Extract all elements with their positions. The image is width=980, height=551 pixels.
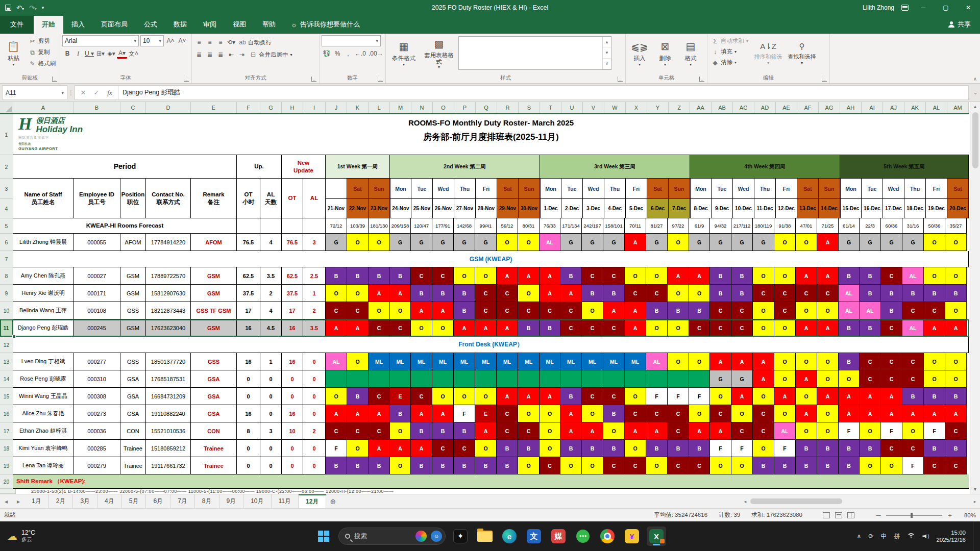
shift-cell[interactable]: AL [326,353,347,370]
shift-cell[interactable]: C [881,267,902,285]
undo-icon[interactable]: ↶▾ [16,4,24,12]
shift-cell[interactable]: A [689,267,710,285]
shift-cell[interactable]: A [774,388,796,405]
shift-cell[interactable]: B [838,267,860,285]
shift-cell[interactable]: O [774,319,796,337]
shift-cell[interactable]: A [625,302,646,319]
align-h-2-icon[interactable]: ≣ [215,49,226,60]
shift-cell[interactable]: B [945,388,967,405]
shift-cell[interactable]: B [326,457,347,474]
shift-cell[interactable]: O [454,388,475,405]
shift-cell[interactable]: A [411,440,432,457]
forecast-cell[interactable]: 22/3 [860,218,881,234]
forecast-cell[interactable]: 59/12 [497,218,518,234]
staff-ot-cell[interactable]: 62.5 [237,267,260,285]
shift-cell[interactable]: B [432,457,454,474]
shift-cell[interactable]: F [731,440,753,457]
shift-cell[interactable]: C [668,457,689,474]
shift-cell[interactable]: O [817,405,839,422]
shift-cell[interactable]: C [518,422,540,440]
ribbon-tab-8[interactable]: 帮助 [254,16,284,34]
volume-icon[interactable]: ) [922,534,929,539]
shift-cell[interactable]: E [475,405,497,422]
shift-cell[interactable]: A [369,405,390,422]
shift-cell[interactable]: AL [838,302,860,319]
edge-browser-icon[interactable]: e [500,527,519,546]
shift-cell[interactable]: B [411,285,432,302]
shift-cell[interactable]: A [497,388,518,405]
shift-cell[interactable]: G [432,234,454,251]
ribbon-tab-7[interactable]: 视图 [225,16,254,34]
shift-cell[interactable]: C [902,353,924,370]
staff-pos-cell[interactable]: GSA [120,405,146,422]
shift-cell[interactable]: C [796,285,817,302]
shift-cell[interactable]: O [860,422,881,440]
shift-cell[interactable]: O [369,234,390,251]
staff-al2-cell[interactable]: 0 [303,370,326,388]
forecast-cell[interactable]: 142/68 [454,218,475,234]
shift-cell[interactable] [518,370,540,388]
shift-cell[interactable]: O [411,319,432,337]
staff-pos-cell[interactable]: Trainee [120,440,146,457]
shift-cell[interactable]: B [518,319,540,337]
column-header-T[interactable]: T [540,102,561,113]
shift-cell[interactable]: C [625,285,646,302]
staff-ot2-cell[interactable]: 16 [282,405,303,422]
shift-cell[interactable]: C [753,422,774,440]
shift-cell[interactable] [582,370,603,388]
shift-cell[interactable]: B [774,457,796,474]
column-header-J[interactable]: J [326,102,347,113]
fill-color-icon[interactable]: ◈▾ [106,48,116,59]
shift-cell[interactable]: A [945,319,967,337]
staff-ot-cell[interactable]: 37.5 [237,285,260,302]
collapse-ribbon-icon[interactable]: ∧ [973,76,977,82]
font-size-select[interactable]: 10▾ [140,35,164,46]
shift-cell[interactable]: O [389,302,411,319]
shift-cell[interactable]: B [881,302,902,319]
shift-cell[interactable]: O [731,405,753,422]
shift-cell[interactable]: F [668,388,689,405]
share-button[interactable]: 共享 [939,16,980,34]
staff-remark-cell[interactable]: AFOM [191,234,237,251]
shift-cell[interactable]: B [497,440,518,457]
fill-handle[interactable] [12,335,16,338]
staff-contact-cell[interactable]: 17784914220 [146,234,191,251]
shift-cell[interactable]: A [326,405,347,422]
forecast-cell[interactable]: 50/36 [924,218,945,234]
scissors-button[interactable]: ✂剪切 [27,36,58,46]
shift-cell[interactable]: O [389,422,411,440]
shift-cell[interactable]: AL [860,302,881,319]
shift-cell[interactable]: C [881,319,902,337]
delete-button[interactable]: ⊠删除▾ [653,35,677,72]
shift-cell[interactable]: B [881,285,902,302]
format-as-table-button[interactable]: ▩套用表格格式▾ [422,35,456,72]
shift-cell[interactable]: C [689,319,710,337]
staff-ot-cell[interactable]: 0 [237,370,260,388]
shift-cell[interactable]: C [924,457,945,474]
shift-cell[interactable]: C [432,267,454,285]
shift-cell[interactable]: A [411,302,432,319]
row-header-13[interactable]: 13 [0,353,13,370]
staff-name-cell[interactable]: Django Peng 彭琨皓 [13,319,74,337]
shift-cell[interactable]: O [347,285,369,302]
wifi-icon[interactable] [907,533,915,539]
staff-id-cell[interactable]: 000245 [74,319,120,337]
shift-cell[interactable]: O [924,234,945,251]
staff-name-cell[interactable]: Ethan Zhao 赵梓淇 [13,422,74,440]
shift-cell[interactable]: G [389,234,411,251]
staff-al-cell[interactable]: 2 [260,285,282,302]
staff-pos-cell[interactable]: CON [120,422,146,440]
forecast-cell[interactable]: 70/11 [625,218,646,234]
shift-cell[interactable]: A [817,388,839,405]
shift-cell[interactable]: C [347,422,369,440]
shift-cell[interactable]: A [454,319,475,337]
shift-cell[interactable]: B [924,388,945,405]
close-button[interactable]: ✕ [961,4,976,11]
staff-al-cell[interactable]: 3.5 [260,267,282,285]
align-top-1-icon[interactable]: ≡ [205,37,215,47]
shift-cell[interactable]: B [326,267,347,285]
ribbon-tab-6[interactable]: 审阅 [195,16,225,34]
shift-cell[interactable]: A [497,319,518,337]
staff-id-cell[interactable]: 000108 [74,302,120,319]
sheet-tab-7月[interactable]: 7月 [170,494,195,508]
